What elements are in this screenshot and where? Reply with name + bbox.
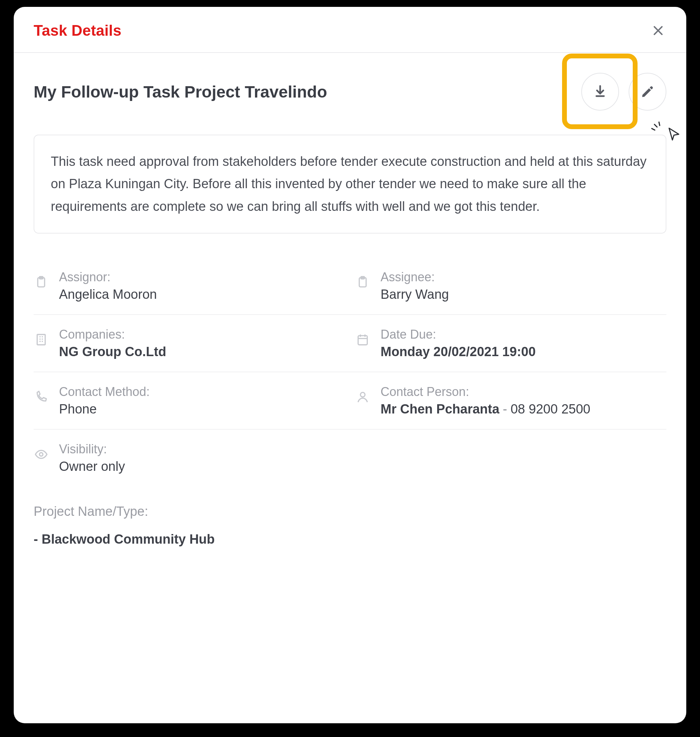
project-section: Project Name/Type: - Blackwood Community…: [34, 504, 666, 547]
assignee-field: Assignee: Barry Wang: [355, 270, 666, 302]
task-description: This task need approval from stakeholder…: [34, 135, 666, 233]
cursor-icon: [666, 127, 681, 142]
svg-point-7: [40, 453, 43, 456]
svg-point-6: [360, 392, 365, 397]
calendar-icon: [355, 332, 370, 347]
close-button[interactable]: [650, 22, 666, 39]
contact-person-label: Contact Person:: [381, 385, 590, 399]
date-due-label: Date Due:: [381, 327, 536, 342]
close-icon: [651, 24, 665, 37]
task-actions: [581, 73, 666, 111]
tutorial-cursor: [666, 127, 681, 143]
clipboard-icon: [355, 275, 370, 290]
task-title: My Follow-up Task Project Travelindo: [34, 83, 327, 101]
project-label: Project Name/Type:: [34, 504, 666, 519]
download-button[interactable]: [581, 73, 619, 111]
companies-label: Companies:: [59, 327, 166, 342]
visibility-label: Visibility:: [59, 442, 125, 456]
contact-method-field: Contact Method: Phone: [34, 385, 345, 417]
assignee-value: Barry Wang: [381, 287, 449, 302]
contact-person-field: Contact Person: Mr Chen Pcharanta-08 920…: [355, 385, 666, 417]
visibility-value: Owner only: [59, 459, 125, 474]
contact-method-value: Phone: [59, 402, 150, 417]
svg-rect-5: [358, 336, 368, 345]
building-icon: [34, 332, 49, 347]
clipboard-icon: [34, 275, 49, 290]
phone-icon: [34, 389, 49, 405]
companies-field: Companies: NG Group Co.Ltd: [34, 327, 345, 359]
contact-person-value: Mr Chen Pcharanta-08 9200 2500: [381, 402, 590, 417]
download-icon: [593, 84, 608, 99]
eye-icon: [34, 447, 49, 462]
edit-button[interactable]: [629, 73, 666, 111]
companies-value: NG Group Co.Ltd: [59, 345, 166, 359]
person-icon: [355, 389, 370, 405]
assignor-label: Assignor:: [59, 270, 157, 284]
date-due-value: Monday 20/02/2021 19:00: [381, 345, 536, 359]
modal-header-title: Task Details: [34, 22, 122, 39]
pencil-icon: [640, 84, 655, 99]
assignee-label: Assignee:: [381, 270, 449, 284]
modal-header: Task Details: [14, 7, 686, 53]
task-title-row: My Follow-up Task Project Travelindo: [34, 73, 666, 111]
svg-rect-4: [37, 335, 45, 345]
date-due-field: Date Due: Monday 20/02/2021 19:00: [355, 327, 666, 359]
task-details-modal: Task Details My Follow-up Task Project T…: [14, 7, 686, 723]
assignor-value: Angelica Mooron: [59, 287, 157, 302]
visibility-field: Visibility: Owner only: [34, 442, 666, 474]
task-details-list: Assignor: Angelica Mooron Assignee: Barr…: [34, 258, 666, 486]
contact-method-label: Contact Method:: [59, 385, 150, 399]
assignor-field: Assignor: Angelica Mooron: [34, 270, 345, 302]
project-value: - Blackwood Community Hub: [34, 532, 666, 547]
